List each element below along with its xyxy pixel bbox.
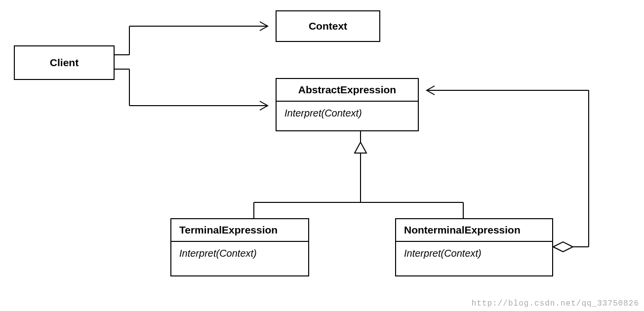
client-class-box: Client (14, 45, 115, 80)
arrow-client-to-context (115, 22, 268, 55)
svg-marker-6 (355, 142, 366, 153)
abstract-expression-title: AbstractExpression (277, 79, 418, 101)
terminal-expression-title: TerminalExpression (171, 219, 308, 241)
arrow-client-to-abstractexpression (115, 69, 268, 110)
terminal-expression-class-box: TerminalExpression Interpret(Context) (170, 218, 309, 276)
context-label: Context (309, 20, 347, 32)
generalization-to-abstractexpression (254, 131, 463, 218)
client-label: Client (50, 57, 79, 69)
nonterminal-expression-method: Interpret(Context) (396, 241, 552, 265)
nonterminal-expression-title: NonterminalExpression (396, 219, 552, 241)
svg-marker-12 (553, 242, 573, 252)
abstract-expression-class-box: AbstractExpression Interpret(Context) (276, 78, 419, 131)
terminal-expression-method: Interpret(Context) (171, 241, 308, 265)
context-class-box: Context (276, 10, 380, 42)
abstract-expression-method: Interpret(Context) (277, 101, 418, 125)
nonterminal-expression-class-box: NonterminalExpression Interpret(Context) (395, 218, 553, 276)
watermark-text: http://blog.csdn.net/qq_33750826 (472, 299, 639, 308)
